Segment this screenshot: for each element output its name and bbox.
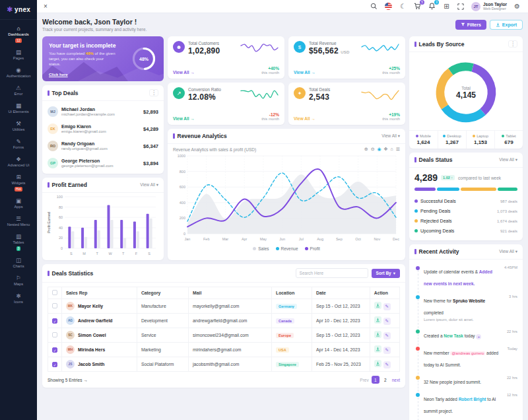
stat-view-all-link[interactable]: View All → [173, 70, 195, 75]
status-dot [414, 199, 418, 203]
edit-pencil-icon[interactable]: ✎ [383, 303, 391, 310]
cart-icon[interactable]: 5 [413, 2, 422, 11]
deals-status-compare: compared to last week [458, 176, 501, 180]
edit-pencil-icon[interactable]: ✎ [383, 332, 391, 339]
svg-text:W: W [108, 252, 112, 256]
profit-view-all[interactable]: View All ▾ [140, 182, 158, 188]
target-click-here-link[interactable]: Click here [49, 73, 68, 77]
legend-item: Revenue [276, 246, 298, 251]
row-checkbox[interactable] [52, 332, 57, 337]
activity-time: 4:45PM [504, 265, 517, 269]
export-button[interactable]: Export [490, 20, 523, 30]
close-icon[interactable]: × [44, 3, 48, 10]
stat-view-all-link[interactable]: View All → [173, 116, 195, 121]
svg-text:Oct: Oct [355, 237, 361, 241]
language-flag-icon[interactable] [384, 2, 393, 11]
pagination-prev[interactable]: Prev [360, 378, 368, 382]
sidebar-item-tables[interactable]: ▥Tables3 [0, 230, 37, 254]
sidebar-item-authentication[interactable]: ◉Authentication [0, 64, 37, 82]
chart-toolbar: ⊕⊖◉✥⌂☰ [364, 147, 400, 152]
sidebar-item-widgets[interactable]: ⊞WidgetsHot [0, 171, 37, 195]
table-column-header: Sales Rep [62, 287, 137, 299]
sort-by-button[interactable]: Sort By▾ [372, 269, 400, 278]
sidebar-item-dashboards[interactable]: ⌂Dashboards12 [0, 22, 37, 46]
legend-label: Profit [310, 246, 320, 251]
sidebar-item-label: Authentication [7, 74, 31, 79]
user-name: Json Taylor [483, 2, 507, 7]
stat-view-all-link[interactable]: View All → [294, 70, 315, 75]
sidebar-item-apps[interactable]: ▣Apps [0, 195, 37, 213]
download-action-icon[interactable] [374, 331, 381, 338]
category-cell: Social Plataform [137, 357, 188, 372]
sales-rep-cell: MHMirinda Hers [66, 345, 133, 354]
svg-text:Sep: Sep [336, 237, 343, 241]
sidebar-item-forms[interactable]: ✎Forms [0, 135, 37, 153]
logo-icon: ✱ [7, 5, 13, 14]
fullscreen-icon[interactable] [457, 2, 465, 11]
pan-icon[interactable]: ✥ [384, 147, 388, 152]
sidebar-item-error[interactable]: ⚠Error [0, 82, 37, 100]
header-checkbox[interactable] [52, 290, 57, 295]
sidebar-item-utilities[interactable]: ⚒Utilities [0, 118, 37, 135]
row-checkbox[interactable] [52, 303, 57, 308]
menu-icon[interactable]: ☰ [396, 147, 400, 152]
deals-status-view-all[interactable]: View All ▾ [499, 157, 517, 162]
zoom-out-icon[interactable]: ⊖ [371, 147, 375, 152]
sidebar-item-nested-menu[interactable]: ☰Nested Menu [0, 213, 37, 230]
status-label: Pending Deals [420, 209, 451, 213]
sidebar-item-maps[interactable]: ⚐Maps [0, 272, 37, 290]
stat-view-all-link[interactable]: View All → [294, 116, 315, 121]
sidebar-item-icons[interactable]: ✻Icons [0, 290, 37, 308]
edit-pencil-icon[interactable]: ✎ [383, 361, 391, 368]
search-icon[interactable] [370, 2, 378, 11]
revenue-view-all[interactable]: View All ▾ [381, 133, 400, 139]
activity-time: 3 hrs [509, 295, 517, 298]
notifications-bell-icon[interactable]: 3 [428, 2, 436, 11]
edit-pencil-icon[interactable]: ✎ [383, 318, 391, 325]
activity-dot [416, 330, 420, 333]
dots-menu-icon[interactable]: ⋮ [149, 89, 158, 96]
sidebar-item-advanced-ui[interactable]: ❖Advanced Ui [0, 153, 37, 171]
download-action-icon[interactable] [374, 360, 381, 367]
row-checkbox[interactable]: ✓ [52, 318, 57, 324]
zoom-in-icon[interactable]: ⊕ [364, 147, 368, 152]
dots-menu-icon[interactable]: ⋮ [508, 40, 517, 48]
edit-pencil-icon[interactable]: ✎ [383, 347, 391, 354]
svg-text:S: S [148, 252, 150, 256]
dark-mode-icon[interactable]: ☾ [399, 2, 407, 11]
sidebar-item-pages[interactable]: ▤Pages [0, 46, 37, 64]
sidebar-item-charts[interactable]: ◫Charts [0, 254, 37, 272]
reset-home-icon[interactable]: ⌂ [390, 147, 393, 152]
pagination-page[interactable]: 1 [372, 376, 380, 384]
showing-entries: Showing 5 Entries → [48, 378, 88, 382]
download-action-icon[interactable] [374, 345, 381, 353]
notifications-badge: 3 [434, 0, 439, 5]
stat-change: +25% [382, 66, 400, 71]
download-action-icon[interactable] [374, 316, 381, 324]
status-bar-segment [498, 188, 517, 191]
pagination-page[interactable]: 2 [381, 376, 389, 384]
sales-rep-cell: AGAndrew Garfield [66, 316, 133, 325]
avatar: SC [66, 331, 75, 339]
sidebar-item-label: Dashboards [8, 32, 28, 37]
row-checkbox[interactable]: ✓ [52, 347, 57, 353]
apps-grid-icon[interactable]: ⊞ [442, 2, 451, 11]
sidebar-item-ui-elements[interactable]: ▦Ui Elements [0, 100, 37, 118]
table-search-input[interactable] [296, 268, 368, 278]
filters-button[interactable]: Filters [455, 20, 486, 30]
pagination-next[interactable]: next [392, 378, 400, 382]
avatar: JS [66, 360, 75, 368]
location-badge: Europe [276, 333, 294, 338]
download-action-icon[interactable] [374, 302, 381, 309]
settings-gear-icon[interactable]: ⚙ [513, 2, 521, 11]
mail-cell: jacobsmith@gmail.com [189, 357, 272, 372]
svg-text:0: 0 [183, 232, 185, 236]
recent-activity-view-all[interactable]: View All ▾ [499, 249, 517, 254]
logo[interactable]: ✱ ynex [0, 0, 37, 20]
selection-zoom-icon[interactable]: ◉ [378, 147, 381, 152]
filter-funnel-icon [461, 22, 465, 27]
deals-status-title: Deals Status [414, 157, 453, 163]
table-row: ✓AGAndrew GarfieldDevelopmentandrewgarfi… [48, 314, 400, 328]
user-menu[interactable]: JT Json Taylor Web Designer [471, 2, 507, 11]
row-checkbox[interactable]: ✓ [52, 362, 57, 367]
